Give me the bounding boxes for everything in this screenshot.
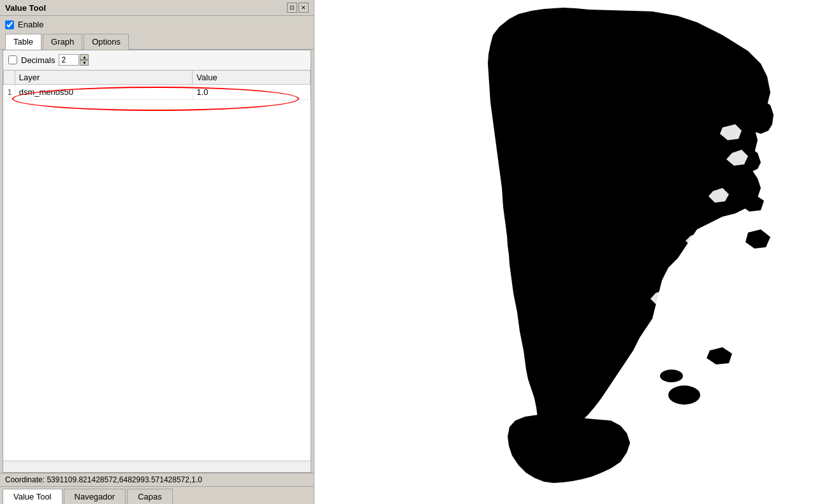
spinner-buttons: ▲ ▼ <box>80 54 89 66</box>
enable-label: Enable <box>18 20 43 29</box>
data-table: Layer Value 1 dsm_menos50 1.0 <box>3 70 311 100</box>
close-button[interactable]: ✕ <box>298 3 309 13</box>
row-layer: dsm_menos50 <box>15 85 193 100</box>
decimals-input-wrap: ▲ ▼ <box>59 54 89 66</box>
decimals-checkbox[interactable] <box>8 55 17 64</box>
bottom-tab-navegador[interactable]: Navegador <box>64 489 126 504</box>
row-num: 1 <box>4 85 15 100</box>
restore-icon: ⊡ <box>290 4 295 11</box>
spinner-up-icon: ▲ <box>82 55 87 59</box>
decimals-field[interactable] <box>59 54 79 66</box>
tab-options[interactable]: Options <box>84 34 129 50</box>
spinner-down-button[interactable]: ▼ <box>80 60 89 66</box>
panel-title: Value Tool <box>5 3 46 13</box>
svg-point-7 <box>660 370 683 382</box>
close-icon: ✕ <box>301 4 306 11</box>
map-svg <box>314 0 822 504</box>
table-row: 1 dsm_menos50 1.0 <box>4 85 311 100</box>
bottom-tab-value-tool[interactable]: Value Tool <box>3 489 62 504</box>
decimals-label: Decimals <box>21 55 55 65</box>
spinner-up-button[interactable]: ▲ <box>80 54 89 60</box>
row-value: 1.0 <box>193 85 311 100</box>
map-panel <box>314 0 822 504</box>
tab-graph[interactable]: Graph <box>43 34 82 50</box>
enable-checkbox[interactable] <box>5 20 14 29</box>
tab-table[interactable]: Table <box>5 34 41 50</box>
decimals-row: Decimals ▲ ▼ <box>3 50 311 70</box>
table-body: 1 dsm_menos50 1.0 <box>4 85 311 100</box>
status-bar: Coordinate: 5391109.821428572,6482993.57… <box>0 473 314 486</box>
svg-point-6 <box>668 385 700 405</box>
title-controls: ⊡ ✕ <box>287 3 309 13</box>
map-image <box>314 0 822 504</box>
table-container: Layer Value 1 dsm_menos50 1.0 <box>3 70 311 461</box>
h-scrollbar[interactable] <box>3 461 311 472</box>
restore-button[interactable]: ⊡ <box>287 3 297 13</box>
left-panel: Value Tool ⊡ ✕ Enable Table Graph <box>0 0 314 504</box>
coordinate-value: 5391109.821428572,6482993.571428572,1.0 <box>47 475 202 484</box>
panel-content: Decimals ▲ ▼ <box>3 50 311 473</box>
enable-row: Enable <box>0 16 314 33</box>
tabs-row: Table Graph Options <box>0 33 314 50</box>
panel-title-bar: Value Tool ⊡ ✕ <box>0 0 314 16</box>
table-header-row: Layer Value <box>4 71 311 85</box>
col-value-header: Value <box>193 71 311 85</box>
coordinate-label: Coordinate: <box>5 475 45 484</box>
col-layer-header: Layer <box>15 71 193 85</box>
col-num-header <box>4 71 15 85</box>
main-layout: Value Tool ⊡ ✕ Enable Table Graph <box>0 0 822 504</box>
bottom-tab-capas[interactable]: Capas <box>127 489 173 504</box>
bottom-tabs: Value Tool Navegador Capas <box>0 486 314 504</box>
spinner-down-icon: ▼ <box>82 61 87 65</box>
